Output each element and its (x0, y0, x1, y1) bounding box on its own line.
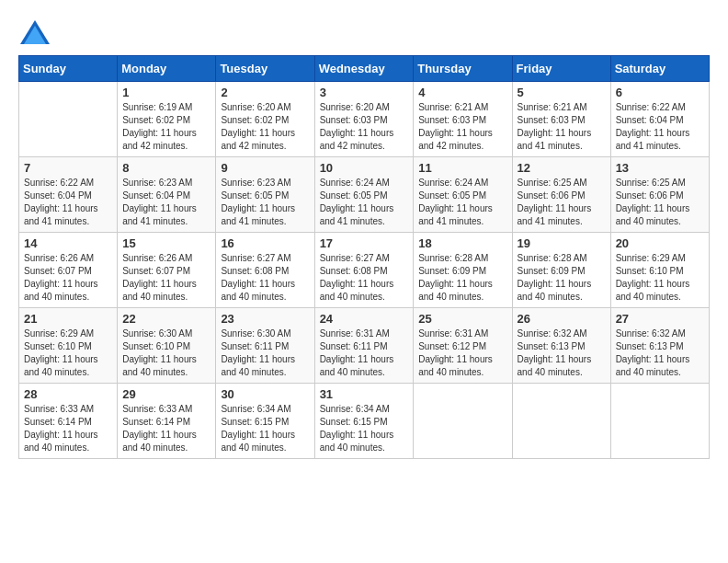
calendar-day-cell: 12 Sunrise: 6:25 AM Sunset: 6:06 PM Dayl… (512, 157, 610, 233)
sunset-text: Sunset: 6:03 PM (518, 115, 586, 125)
sunrise-text: Sunrise: 6:22 AM (24, 178, 94, 188)
day-info: Sunrise: 6:22 AM Sunset: 6:04 PM Dayligh… (24, 177, 112, 228)
day-info: Sunrise: 6:30 AM Sunset: 6:10 PM Dayligh… (122, 327, 210, 379)
sunrise-text: Sunrise: 6:24 AM (320, 178, 390, 188)
calendar-day-cell: 1 Sunrise: 6:19 AM Sunset: 6:02 PM Dayli… (118, 82, 216, 157)
day-info: Sunrise: 6:29 AM Sunset: 6:10 PM Dayligh… (616, 252, 704, 304)
sunset-text: Sunset: 6:04 PM (122, 190, 190, 201)
day-number: 23 (221, 312, 309, 326)
calendar-day-cell: 29 Sunrise: 6:33 AM Sunset: 6:14 PM Dayl… (118, 384, 216, 459)
day-info: Sunrise: 6:25 AM Sunset: 6:06 PM Dayligh… (518, 177, 606, 228)
daylight-text: Daylight: 11 hours and 41 minutes. (221, 203, 295, 226)
sunset-text: Sunset: 6:10 PM (616, 266, 684, 276)
sunset-text: Sunset: 6:05 PM (221, 190, 289, 201)
calendar-day-cell: 28 Sunrise: 6:33 AM Sunset: 6:14 PM Dayl… (19, 384, 118, 459)
sunrise-text: Sunrise: 6:31 AM (320, 328, 390, 339)
daylight-text: Daylight: 11 hours and 41 minutes. (616, 128, 690, 151)
day-number: 13 (616, 161, 704, 175)
day-number: 22 (122, 312, 210, 326)
daylight-text: Daylight: 11 hours and 40 minutes. (616, 279, 690, 302)
daylight-text: Daylight: 11 hours and 41 minutes. (320, 203, 394, 226)
daylight-text: Daylight: 11 hours and 40 minutes. (518, 279, 592, 302)
calendar-day-cell: 11 Sunrise: 6:24 AM Sunset: 6:05 PM Dayl… (414, 157, 512, 233)
daylight-text: Daylight: 11 hours and 40 minutes. (320, 279, 394, 302)
day-number: 12 (518, 161, 606, 175)
column-header-friday: Friday (512, 56, 610, 82)
day-info: Sunrise: 6:33 AM Sunset: 6:14 PM Dayligh… (24, 403, 112, 454)
calendar-day-cell: 6 Sunrise: 6:22 AM Sunset: 6:04 PM Dayli… (610, 82, 709, 157)
calendar-week-row: 14 Sunrise: 6:26 AM Sunset: 6:07 PM Dayl… (19, 233, 710, 308)
calendar-day-cell (610, 384, 709, 459)
day-info: Sunrise: 6:27 AM Sunset: 6:08 PM Dayligh… (221, 252, 309, 304)
day-number: 26 (518, 312, 606, 326)
sunrise-text: Sunrise: 6:23 AM (122, 178, 192, 188)
sunset-text: Sunset: 6:04 PM (616, 115, 684, 125)
calendar-day-cell: 13 Sunrise: 6:25 AM Sunset: 6:06 PM Dayl… (610, 157, 709, 233)
day-info: Sunrise: 6:22 AM Sunset: 6:04 PM Dayligh… (616, 101, 704, 153)
sunset-text: Sunset: 6:11 PM (221, 341, 289, 351)
day-info: Sunrise: 6:26 AM Sunset: 6:07 PM Dayligh… (122, 252, 210, 304)
daylight-text: Daylight: 11 hours and 40 minutes. (24, 279, 98, 302)
sunrise-text: Sunrise: 6:26 AM (24, 253, 94, 263)
day-number: 9 (221, 161, 309, 175)
sunrise-text: Sunrise: 6:30 AM (221, 328, 290, 339)
calendar-header-row: SundayMondayTuesdayWednesdayThursdayFrid… (19, 56, 710, 82)
calendar-week-row: 1 Sunrise: 6:19 AM Sunset: 6:02 PM Dayli… (19, 82, 710, 157)
day-info: Sunrise: 6:34 AM Sunset: 6:15 PM Dayligh… (221, 403, 309, 454)
day-number: 27 (616, 312, 704, 326)
calendar-day-cell: 14 Sunrise: 6:26 AM Sunset: 6:07 PM Dayl… (19, 233, 118, 308)
day-number: 29 (122, 387, 210, 401)
sunrise-text: Sunrise: 6:25 AM (616, 178, 686, 188)
sunset-text: Sunset: 6:10 PM (24, 341, 92, 351)
sunrise-text: Sunrise: 6:33 AM (122, 404, 192, 414)
day-number: 7 (24, 161, 112, 175)
sunrise-text: Sunrise: 6:21 AM (518, 102, 587, 112)
calendar-day-cell: 8 Sunrise: 6:23 AM Sunset: 6:04 PM Dayli… (118, 157, 216, 233)
daylight-text: Daylight: 11 hours and 40 minutes. (24, 430, 98, 453)
day-number: 20 (616, 236, 704, 250)
day-number: 5 (518, 86, 606, 99)
calendar-day-cell: 3 Sunrise: 6:20 AM Sunset: 6:03 PM Dayli… (314, 82, 414, 157)
day-number: 18 (418, 236, 506, 250)
calendar-day-cell: 24 Sunrise: 6:31 AM Sunset: 6:11 PM Dayl… (314, 308, 414, 384)
calendar-day-cell (19, 82, 118, 157)
day-info: Sunrise: 6:26 AM Sunset: 6:07 PM Dayligh… (24, 252, 112, 304)
sunrise-text: Sunrise: 6:28 AM (418, 253, 488, 263)
day-info: Sunrise: 6:31 AM Sunset: 6:12 PM Dayligh… (418, 327, 506, 379)
sunrise-text: Sunrise: 6:27 AM (320, 253, 390, 263)
daylight-text: Daylight: 11 hours and 41 minutes. (518, 128, 592, 151)
day-number: 21 (24, 312, 112, 326)
daylight-text: Daylight: 11 hours and 40 minutes. (122, 430, 197, 453)
day-number: 15 (122, 236, 210, 250)
daylight-text: Daylight: 11 hours and 41 minutes. (122, 203, 197, 226)
calendar-day-cell: 31 Sunrise: 6:34 AM Sunset: 6:15 PM Dayl… (314, 384, 414, 459)
daylight-text: Daylight: 11 hours and 40 minutes. (122, 354, 197, 377)
sunset-text: Sunset: 6:08 PM (320, 266, 388, 276)
calendar-day-cell: 23 Sunrise: 6:30 AM Sunset: 6:11 PM Dayl… (216, 308, 314, 384)
day-number: 14 (24, 236, 112, 250)
sunrise-text: Sunrise: 6:26 AM (122, 253, 192, 263)
sunrise-text: Sunrise: 6:21 AM (418, 102, 488, 112)
day-info: Sunrise: 6:32 AM Sunset: 6:13 PM Dayligh… (518, 327, 606, 379)
calendar-day-cell: 7 Sunrise: 6:22 AM Sunset: 6:04 PM Dayli… (19, 157, 118, 233)
calendar-day-cell: 25 Sunrise: 6:31 AM Sunset: 6:12 PM Dayl… (414, 308, 512, 384)
day-info: Sunrise: 6:30 AM Sunset: 6:11 PM Dayligh… (221, 327, 309, 379)
calendar-day-cell: 30 Sunrise: 6:34 AM Sunset: 6:15 PM Dayl… (216, 384, 314, 459)
sunrise-text: Sunrise: 6:20 AM (320, 102, 390, 112)
calendar-day-cell: 22 Sunrise: 6:30 AM Sunset: 6:10 PM Dayl… (118, 308, 216, 384)
sunrise-text: Sunrise: 6:27 AM (221, 253, 290, 263)
logo-icon (18, 18, 51, 46)
sunset-text: Sunset: 6:12 PM (418, 341, 486, 351)
day-number: 8 (122, 161, 210, 175)
daylight-text: Daylight: 11 hours and 40 minutes. (24, 354, 98, 377)
sunrise-text: Sunrise: 6:20 AM (221, 102, 290, 112)
day-info: Sunrise: 6:27 AM Sunset: 6:08 PM Dayligh… (320, 252, 409, 304)
daylight-text: Daylight: 11 hours and 41 minutes. (24, 203, 98, 226)
calendar-day-cell: 21 Sunrise: 6:29 AM Sunset: 6:10 PM Dayl… (19, 308, 118, 384)
day-number: 19 (518, 236, 606, 250)
column-header-sunday: Sunday (19, 56, 118, 82)
daylight-text: Daylight: 11 hours and 40 minutes. (221, 354, 295, 377)
column-header-wednesday: Wednesday (314, 56, 414, 82)
daylight-text: Daylight: 11 hours and 40 minutes. (320, 354, 394, 377)
day-info: Sunrise: 6:20 AM Sunset: 6:03 PM Dayligh… (320, 101, 409, 153)
